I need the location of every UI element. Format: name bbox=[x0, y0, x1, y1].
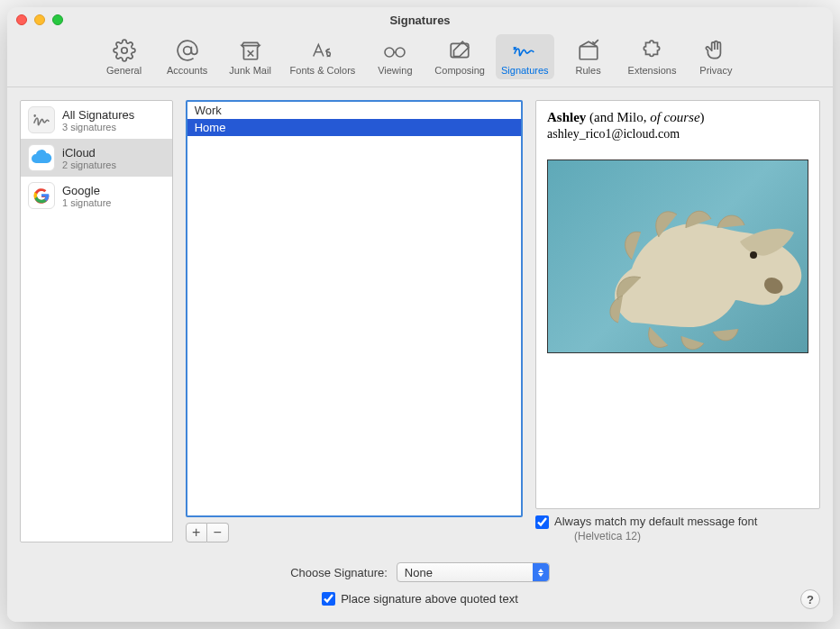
signature-icon bbox=[512, 38, 537, 63]
select-stepper-icon bbox=[533, 563, 549, 581]
zoom-window-button[interactable] bbox=[52, 14, 63, 25]
signature-preview[interactable]: Ashley (and Milo, of course) ashley_rico… bbox=[535, 100, 820, 509]
bottom-controls: Choose Signature: None Place signature a… bbox=[7, 548, 833, 622]
tab-signatures[interactable]: Signatures bbox=[496, 34, 554, 79]
svg-point-2 bbox=[385, 48, 394, 57]
window-controls bbox=[16, 14, 63, 25]
match-font-sub: (Helvetica 12) bbox=[574, 530, 757, 542]
tab-label: Fonts & Colors bbox=[290, 65, 356, 76]
svg-rect-5 bbox=[580, 47, 598, 59]
sig-name-paren-pre: (and Milo, bbox=[586, 110, 650, 124]
fonts-icon bbox=[310, 38, 335, 63]
content-area: All Signatures 3 signatures iCloud 2 sig… bbox=[7, 87, 833, 622]
tab-label: Rules bbox=[576, 65, 601, 76]
match-font-checkbox[interactable] bbox=[535, 515, 549, 529]
sig-name-bold: Ashley bbox=[547, 110, 586, 124]
account-title: Google bbox=[62, 184, 111, 197]
place-above-checkbox[interactable] bbox=[322, 592, 335, 606]
add-signature-button[interactable]: + bbox=[186, 523, 207, 542]
signature-image bbox=[547, 160, 808, 353]
signature-email: ashley_rico1@icloud.com bbox=[547, 127, 808, 141]
close-window-button[interactable] bbox=[16, 14, 27, 25]
tab-general[interactable]: General bbox=[96, 34, 153, 79]
tab-label: Composing bbox=[434, 65, 485, 76]
account-text: Google 1 signature bbox=[62, 184, 111, 208]
account-title: All Signatures bbox=[62, 108, 134, 122]
account-list[interactable]: All Signatures 3 signatures iCloud 2 sig… bbox=[20, 100, 173, 542]
svg-point-0 bbox=[121, 48, 127, 54]
tab-label: Extensions bbox=[628, 65, 677, 76]
svg-point-3 bbox=[396, 48, 405, 57]
preferences-window: Signatures General Accounts Junk Mail Fo… bbox=[7, 7, 833, 622]
titlebar: Signatures bbox=[7, 7, 833, 32]
tab-label: Privacy bbox=[699, 65, 732, 76]
tab-extensions[interactable]: Extensions bbox=[623, 34, 682, 79]
account-sub: 2 signatures bbox=[62, 160, 116, 170]
tab-fonts-colors[interactable]: Fonts & Colors bbox=[285, 34, 361, 79]
hand-icon bbox=[703, 38, 728, 63]
account-sub: 1 signature bbox=[62, 197, 111, 208]
tab-label: Viewing bbox=[378, 65, 412, 76]
account-google[interactable]: Google 1 signature bbox=[21, 177, 172, 214]
tab-label: Accounts bbox=[167, 65, 207, 76]
account-all-signatures[interactable]: All Signatures 3 signatures bbox=[21, 101, 172, 139]
signature-row-work[interactable]: Work bbox=[187, 102, 521, 119]
account-title: iCloud bbox=[62, 146, 116, 160]
sig-name-italic: of course bbox=[650, 110, 699, 124]
svg-point-6 bbox=[750, 251, 757, 259]
signature-row-home[interactable]: Home bbox=[187, 119, 521, 136]
minimize-window-button[interactable] bbox=[34, 14, 45, 25]
tab-accounts[interactable]: Accounts bbox=[159, 34, 216, 79]
preview-column: Ashley (and Milo, of course) ashley_rico… bbox=[535, 100, 820, 542]
puzzle-icon bbox=[639, 38, 664, 63]
icloud-icon bbox=[28, 144, 55, 171]
panels: All Signatures 3 signatures iCloud 2 sig… bbox=[7, 87, 833, 548]
tab-composing[interactable]: Composing bbox=[429, 34, 490, 79]
tab-label: Signatures bbox=[501, 65, 549, 76]
at-icon bbox=[175, 38, 200, 63]
choose-signature-select[interactable]: None bbox=[397, 562, 550, 582]
place-above-option: Place signature above quoted text bbox=[20, 591, 820, 606]
gear-icon bbox=[112, 38, 137, 63]
place-above-label: Place signature above quoted text bbox=[341, 592, 518, 606]
all-signatures-icon bbox=[28, 106, 55, 133]
choose-signature-label: Choose Signature: bbox=[290, 566, 388, 579]
signature-list-buttons: + − bbox=[186, 523, 523, 542]
account-sub: 3 signatures bbox=[62, 122, 134, 132]
tab-label: General bbox=[106, 65, 142, 76]
choose-signature-value: None bbox=[405, 566, 433, 579]
sig-name-paren-post: ) bbox=[700, 110, 705, 124]
dog-illustration bbox=[596, 187, 808, 353]
rules-icon bbox=[576, 38, 601, 63]
help-button[interactable]: ? bbox=[800, 589, 820, 609]
tab-rules[interactable]: Rules bbox=[560, 34, 617, 79]
match-font-text: Always match my default message font (He… bbox=[554, 515, 757, 542]
choose-signature-row: Choose Signature: None bbox=[20, 562, 820, 582]
match-font-option: Always match my default message font (He… bbox=[535, 515, 820, 542]
bin-icon bbox=[238, 38, 263, 63]
tab-viewing[interactable]: Viewing bbox=[366, 34, 424, 79]
account-text: iCloud 2 signatures bbox=[62, 146, 116, 170]
account-text: All Signatures 3 signatures bbox=[62, 108, 134, 132]
svg-point-1 bbox=[183, 47, 191, 55]
signature-list-column: Work Home + − bbox=[186, 100, 523, 542]
remove-signature-button[interactable]: − bbox=[207, 523, 229, 542]
match-font-label: Always match my default message font bbox=[554, 515, 757, 528]
glasses-icon bbox=[382, 38, 407, 63]
tab-junk-mail[interactable]: Junk Mail bbox=[222, 34, 279, 79]
tab-label: Junk Mail bbox=[229, 65, 270, 76]
compose-icon bbox=[447, 38, 472, 63]
tab-privacy[interactable]: Privacy bbox=[687, 34, 744, 79]
preferences-toolbar: General Accounts Junk Mail Fonts & Color… bbox=[7, 32, 833, 87]
signature-name-line: Ashley (and Milo, of course) bbox=[547, 110, 808, 125]
signature-list[interactable]: Work Home bbox=[186, 100, 523, 517]
google-icon bbox=[28, 182, 55, 209]
window-title: Signatures bbox=[7, 14, 833, 27]
account-icloud[interactable]: iCloud 2 signatures bbox=[21, 139, 172, 177]
